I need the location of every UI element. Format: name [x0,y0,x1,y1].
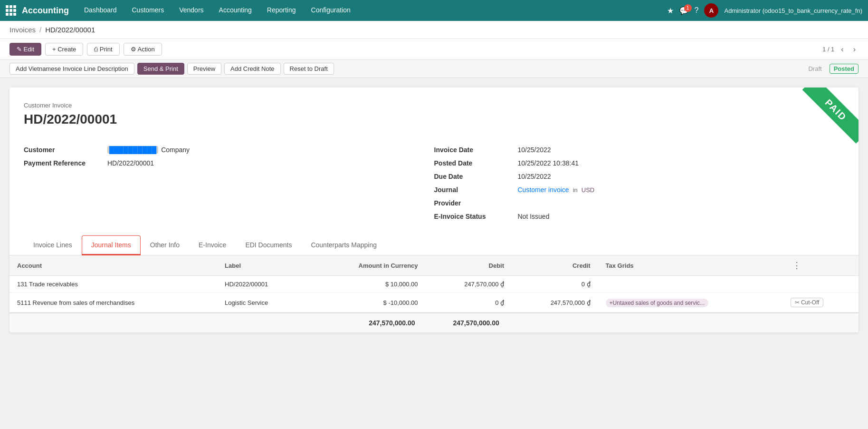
btn-add-vn-desc[interactable]: Add Vietnamese Invoice Line Description [10,63,134,75]
column-menu-btn[interactable]: ⋮ [791,260,803,271]
nav-menu: Dashboard Customers Vendors Accounting R… [76,0,667,21]
app-logo[interactable]: Accounting [6,5,69,16]
invoice-header: Customer Invoice HD/2022/00001 [10,88,858,146]
einvoice-status-value: Not Issued [518,213,550,220]
tab-journal-items[interactable]: Journal Items [82,235,141,255]
nav-item-accounting[interactable]: Accounting [211,0,259,21]
journal-in: in [573,186,578,194]
invoice-number: HD/2022/00001 [24,112,844,127]
field-due-date: Due Date 10/25/2022 [434,173,845,180]
user-avatar: A [704,3,718,18]
field-invoice-date: Invoice Date 10/25/2022 [434,146,845,154]
app-name: Accounting [22,6,69,16]
customer-suffix: Company [161,146,190,154]
invoice-date-value: 10/25/2022 [518,146,551,154]
row1-debit: 247,570,000 ₫ [426,276,512,293]
print-button[interactable]: ⎙ Print [87,43,119,56]
table-row: 5111 Revenue from sales of merchandises … [10,293,858,312]
help-btn[interactable]: ? [695,6,699,15]
col-menu: ⋮ [783,255,858,276]
row2-account: 5111 Revenue from sales of merchandises [10,293,217,312]
table-row: 131 Trade receivables HD/2022/00001 $ 10… [10,276,858,293]
data-table: Account Label Amount in Currency Debit C… [10,255,858,312]
prev-page-button[interactable]: ‹ [838,44,846,55]
row2-debit: 0 ₫ [426,293,512,312]
field-posted-date: Posted Date 10/25/2022 10:38:41 [434,159,845,167]
tax-grid-badge: +Untaxed sales of goods and servic... [606,299,708,307]
main-content: PAID Customer Invoice HD/2022/00001 Cust… [0,78,868,429]
invoice-type-label: Customer Invoice [24,102,844,109]
btn-send-print[interactable]: Send & Print [137,63,184,75]
row1-credit: 0 ₫ [512,276,598,293]
nav-item-vendors[interactable]: Vendors [172,0,211,21]
field-provider: Provider [434,199,845,207]
star-icon-btn[interactable]: ★ [667,6,674,15]
breadcrumb-parent[interactable]: Invoices [10,26,36,34]
journal-name[interactable]: Customer invoice [518,186,569,194]
tab-other-info[interactable]: Other Info [141,235,189,255]
field-customer: Customer ██████████ Company [24,146,415,154]
totals-row: 247,570,000.00 247,570,000.00 [10,312,858,332]
col-credit: Credit [512,255,598,276]
payment-ref-label: Payment Reference [24,159,100,167]
einvoice-status-label: E-Invoice Status [434,213,510,220]
grid-icon [6,5,16,16]
page-count: 1 / 1 [822,46,834,53]
invoice-fields: Customer ██████████ Company Payment Refe… [10,146,858,235]
row2-amount: $ -10,000.00 [309,293,426,312]
nav-item-configuration[interactable]: Configuration [304,0,358,21]
tab-einvoice[interactable]: E-Invoice [189,235,236,255]
row1-actions [783,276,858,293]
posted-date-value: 10/25/2022 10:38:41 [518,159,579,167]
journal-items-table: Account Label Amount in Currency Debit C… [10,255,858,312]
pagination: 1 / 1 ‹ › [822,44,858,55]
create-button[interactable]: + Create [45,43,83,56]
customer-blurred[interactable]: ██████████ [107,146,158,154]
row2-actions: ✂ Cut-Off [783,293,858,312]
btn-reset-to-draft[interactable]: Reset to Draft [284,63,334,75]
notifications-btn[interactable]: 💬 1 [679,6,689,15]
status-tags: Draft Posted [804,64,858,74]
top-navigation: Accounting Dashboard Customers Vendors A… [0,0,868,21]
table-header-row: Account Label Amount in Currency Debit C… [10,255,858,276]
posted-date-label: Posted Date [434,159,510,167]
fields-left: Customer ██████████ Company Payment Refe… [24,146,434,226]
row2-label: Logistic Service [217,293,309,312]
journal-currency: USD [582,186,594,194]
tab-edi-documents[interactable]: EDI Documents [236,235,301,255]
nav-item-reporting[interactable]: Reporting [259,0,304,21]
field-einvoice-status: E-Invoice Status Not Issued [434,213,845,220]
tab-counterparts-mapping[interactable]: Counterparts Mapping [301,235,386,255]
edit-button[interactable]: ✎ Edit [10,43,41,56]
tabs-bar: Invoice Lines Journal Items Other Info E… [10,235,858,255]
next-page-button[interactable]: › [850,44,858,55]
field-payment-ref: Payment Reference HD/2022/00001 [24,159,415,167]
notification-badge: 1 [684,4,692,12]
fields-right: Invoice Date 10/25/2022 Posted Date 10/2… [434,146,845,226]
col-label: Label [217,255,309,276]
row1-tax-grids [598,276,783,293]
col-account: Account [10,255,217,276]
action-bar: ✎ Edit + Create ⎙ Print ⚙ Action 1 / 1 ‹… [0,39,868,60]
row1-amount: $ 10,000.00 [309,276,426,293]
row2-tax-grids: +Untaxed sales of goods and servic... [598,293,783,312]
nav-item-dashboard[interactable]: Dashboard [76,0,124,21]
provider-label: Provider [434,199,510,207]
invoice-date-label: Invoice Date [434,146,510,154]
btn-preview[interactable]: Preview [187,63,221,75]
invoice-card: PAID Customer Invoice HD/2022/00001 Cust… [10,88,858,332]
action-button[interactable]: ⚙ Action [124,43,162,56]
nav-right: ★ 💬 1 ? A Administrator (odoo15_to_bank_… [667,3,862,18]
nav-item-customers[interactable]: Customers [124,0,172,21]
due-date-label: Due Date [434,173,510,180]
btn-add-credit-note[interactable]: Add Credit Note [224,63,281,75]
col-debit: Debit [426,255,512,276]
col-amount-currency: Amount in Currency [309,255,426,276]
journal-value: Customer invoice in USD [518,186,595,194]
row2-credit: 247,570,000 ₫ [512,293,598,312]
payment-ref-value: HD/2022/00001 [107,159,154,167]
cutoff-button[interactable]: ✂ Cut-Off [791,298,824,307]
customer-label: Customer [24,146,100,154]
user-name: Administrator (odoo15_to_bank_currency_r… [724,7,862,14]
tab-invoice-lines[interactable]: Invoice Lines [24,235,82,255]
